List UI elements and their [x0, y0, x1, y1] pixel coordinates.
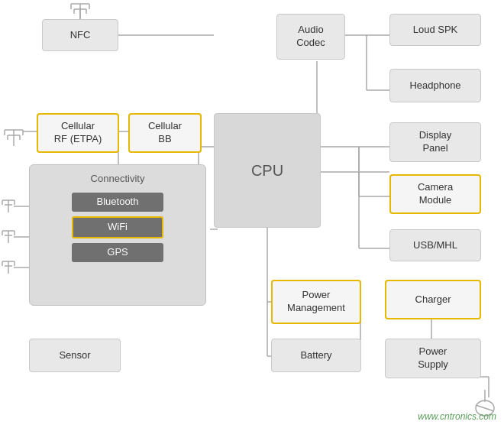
antenna-cellular — [0, 118, 24, 146]
battery-box: Battery — [271, 339, 361, 372]
nfc-label: NFC — [70, 29, 91, 42]
loud-spk-box: Loud SPK — [389, 14, 481, 46]
battery-label: Battery — [300, 349, 331, 362]
svg-line-63 — [476, 405, 494, 411]
watermark: www.cntronics.com — [418, 411, 496, 422]
connectivity-box: Connectivity Bluetooth WiFi GPS — [29, 164, 206, 306]
power-management-label: PowerManagement — [287, 289, 345, 315]
power-supply-label: PowerSupply — [418, 345, 448, 371]
camera-module-box: CameraModule — [389, 174, 481, 214]
antenna-nfc — [67, 0, 93, 20]
charger-label: Charger — [415, 293, 451, 306]
antenna-bluetooth — [0, 194, 17, 212]
cellular-rf-label: CellularRF (ETPA) — [54, 120, 102, 146]
audio-codec-label: AudioCodec — [296, 24, 325, 50]
power-supply-box: PowerSupply — [385, 339, 481, 378]
cpu-box: CPU — [214, 113, 321, 228]
antenna-gps — [0, 255, 17, 274]
usb-mhl-label: USB/MHL — [413, 239, 457, 252]
display-panel-label: DisplayPanel — [419, 129, 452, 155]
diagram: NFC AudioCodec Loud SPK Headphone Cellul… — [0, 0, 504, 428]
cellular-rf-box: CellularRF (ETPA) — [37, 113, 119, 153]
cpu-label: CPU — [251, 160, 283, 180]
connectivity-label: Connectivity — [91, 173, 145, 186]
usb-mhl-box: USB/MHL — [389, 229, 481, 261]
bluetooth-box: Bluetooth — [72, 193, 163, 212]
wifi-box: WiFi — [72, 216, 163, 238]
sensor-box: Sensor — [29, 339, 121, 372]
antenna-wifi — [0, 225, 17, 243]
charger-box: Charger — [385, 280, 481, 319]
loud-spk-label: Loud SPK — [413, 24, 458, 37]
headphone-box: Headphone — [389, 69, 481, 102]
headphone-label: Headphone — [409, 79, 460, 92]
camera-module-label: CameraModule — [418, 181, 453, 207]
display-panel-box: DisplayPanel — [389, 122, 481, 162]
power-management-box: PowerManagement — [271, 280, 361, 324]
audio-codec-box: AudioCodec — [276, 14, 345, 60]
cellular-bb-box: CellularBB — [128, 113, 202, 153]
sensor-label: Sensor — [59, 349, 90, 362]
nfc-box: NFC — [42, 19, 118, 51]
gps-box: GPS — [72, 243, 163, 262]
cellular-bb-label: CellularBB — [148, 120, 182, 146]
